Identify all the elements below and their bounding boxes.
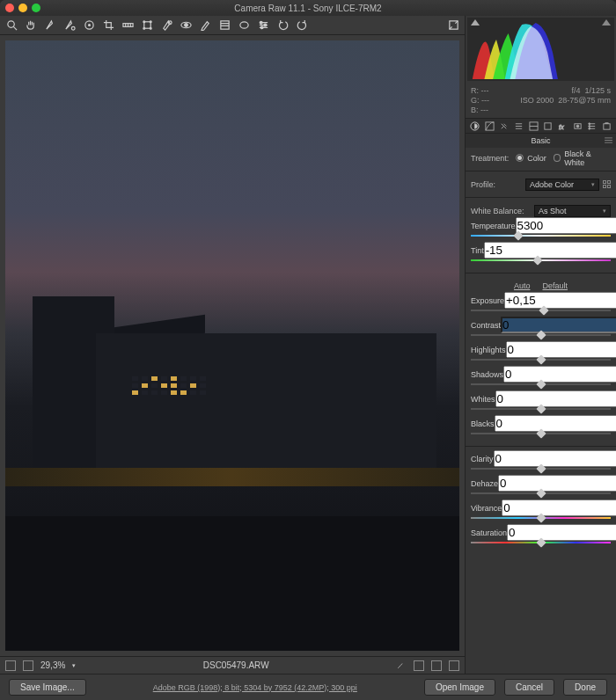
- straighten-tool-icon[interactable]: [121, 19, 134, 32]
- shadow-clip-icon[interactable]: [471, 19, 480, 26]
- filename: DSC05479.ARW: [83, 660, 389, 670]
- panel-menu-icon[interactable]: [605, 137, 612, 143]
- tab-split[interactable]: [528, 120, 539, 132]
- toolbar: [0, 16, 465, 35]
- clarity-slider[interactable]: Clarity: [471, 453, 611, 473]
- tab-lens[interactable]: [543, 120, 554, 132]
- tab-snapshots[interactable]: [601, 120, 612, 132]
- treatment-row: Treatment: Color Black & White: [471, 151, 611, 164]
- status-bar: 29,3%▾ DSC05479.ARW ⟋: [0, 656, 465, 674]
- svg-point-16: [263, 24, 266, 26]
- rotate-left-icon[interactable]: [276, 19, 289, 32]
- svg-point-27: [589, 125, 590, 127]
- tint-slider[interactable]: Tint: [471, 244, 611, 265]
- hand-tool-icon[interactable]: [25, 19, 37, 32]
- transform-tool-icon[interactable]: [141, 19, 153, 32]
- svg-point-0: [7, 21, 13, 27]
- preview-split-icon[interactable]: [414, 660, 424, 671]
- panel-title: Basic: [466, 134, 616, 148]
- fullscreen-icon[interactable]: [447, 19, 459, 32]
- white-balance-dropdown[interactable]: As Shot: [534, 205, 611, 217]
- highlight-clip-icon[interactable]: [602, 19, 611, 26]
- svg-point-9: [150, 27, 151, 29]
- svg-rect-13: [220, 21, 228, 29]
- titlebar: Camera Raw 11.1 - Sony ILCE-7RM2: [0, 0, 616, 16]
- rgb-r: R: ---: [471, 86, 489, 95]
- svg-rect-20: [485, 121, 493, 129]
- svg-point-12: [184, 24, 187, 27]
- contrast-slider[interactable]: Contrast: [471, 319, 611, 339]
- histogram[interactable]: [467, 18, 614, 81]
- svg-rect-5: [143, 22, 150, 28]
- profile-browser-icon[interactable]: [603, 180, 611, 188]
- tab-calibration[interactable]: [572, 120, 583, 132]
- svg-text:fx: fx: [559, 123, 564, 131]
- color-sampler-tool-icon[interactable]: [63, 19, 76, 32]
- svg-point-26: [589, 122, 590, 124]
- graduated-filter-tool-icon[interactable]: [218, 19, 231, 32]
- done-button[interactable]: Done: [563, 679, 607, 696]
- red-eye-tool-icon[interactable]: [180, 19, 192, 32]
- radial-filter-tool-icon[interactable]: [238, 19, 250, 32]
- cancel-button[interactable]: Cancel: [504, 679, 554, 696]
- svg-rect-22: [545, 122, 551, 128]
- tab-hsl[interactable]: [513, 120, 524, 132]
- svg-point-3: [88, 25, 90, 26]
- white-balance-tool-icon[interactable]: [44, 19, 56, 32]
- adjustment-brush-tool-icon[interactable]: [199, 19, 211, 32]
- auto-button[interactable]: Auto: [514, 281, 531, 290]
- shadows-slider[interactable]: Shadows: [471, 368, 611, 389]
- temperature-slider[interactable]: Temperature: [471, 220, 611, 240]
- bottom-bar: Save Image... Adobe RGB (1998); 8 bit; 5…: [0, 674, 616, 700]
- vibrance-slider[interactable]: Vibrance: [471, 502, 611, 522]
- tab-presets[interactable]: [587, 120, 598, 132]
- preview-menu-icon[interactable]: [449, 660, 459, 671]
- rgb-g: G: ---: [471, 96, 489, 105]
- whites-slider[interactable]: Whites: [471, 393, 611, 413]
- preferences-icon[interactable]: [257, 19, 269, 32]
- svg-point-8: [143, 27, 144, 29]
- svg-point-14: [239, 22, 247, 28]
- blacks-slider[interactable]: Blacks: [471, 418, 611, 438]
- default-button[interactable]: Default: [542, 281, 568, 290]
- open-image-button[interactable]: Open Image: [424, 679, 495, 696]
- save-image-button[interactable]: Save Image...: [9, 679, 86, 696]
- profile-dropdown[interactable]: Adobe Color: [525, 179, 599, 191]
- tab-detail[interactable]: [498, 120, 510, 132]
- tab-curve[interactable]: [484, 120, 495, 132]
- rotate-right-icon[interactable]: [296, 19, 308, 32]
- highlights-slider[interactable]: Highlights: [471, 344, 611, 364]
- target-adjustment-tool-icon[interactable]: [83, 19, 95, 32]
- window-title: Camera Raw 11.1 - Sony ILCE-7RM2: [0, 4, 616, 13]
- svg-point-17: [260, 26, 263, 29]
- treatment-bw-radio[interactable]: [554, 154, 561, 162]
- filmstrip-icon[interactable]: [23, 660, 33, 671]
- svg-point-15: [260, 21, 262, 24]
- zoom-level[interactable]: 29,3%: [40, 660, 65, 670]
- image-preview[interactable]: [5, 40, 459, 651]
- svg-rect-29: [604, 123, 610, 128]
- zoom-tool-icon[interactable]: [5, 19, 18, 32]
- exposure-slider[interactable]: Exposure: [471, 295, 611, 315]
- dehaze-slider[interactable]: Dehaze: [471, 478, 611, 498]
- svg-point-25: [576, 125, 579, 128]
- svg-point-7: [150, 21, 151, 23]
- tab-basic[interactable]: [469, 120, 480, 132]
- crop-tool-icon[interactable]: [102, 19, 114, 32]
- panel-tabs: fx: [466, 118, 616, 134]
- tab-fx[interactable]: fx: [557, 120, 568, 132]
- svg-point-28: [589, 128, 590, 129]
- treatment-color-radio[interactable]: [516, 154, 524, 162]
- rgb-b: B: ---: [471, 106, 489, 114]
- view-mode-icon[interactable]: [5, 660, 16, 671]
- preview-before-icon[interactable]: ⟋: [396, 660, 407, 671]
- preview-swap-icon[interactable]: [431, 660, 442, 671]
- svg-point-6: [143, 21, 144, 23]
- saturation-slider[interactable]: Saturation: [471, 527, 611, 547]
- exif-readout: R: --- G: --- B: --- f/4 1/125 s ISO 200…: [466, 83, 616, 118]
- workflow-options-link[interactable]: Adobe RGB (1998); 8 bit; 5304 by 7952 (4…: [95, 683, 415, 692]
- spot-removal-tool-icon[interactable]: [160, 19, 172, 32]
- svg-point-1: [71, 26, 75, 30]
